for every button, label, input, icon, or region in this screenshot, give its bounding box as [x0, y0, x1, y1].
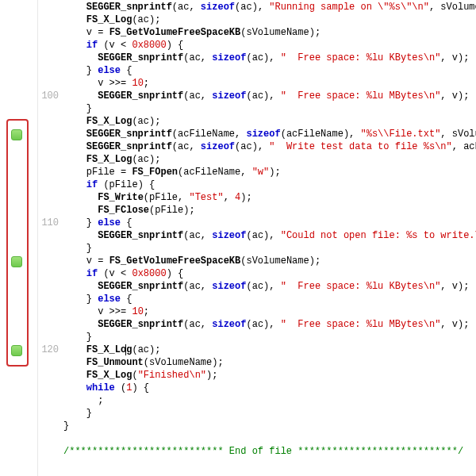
code-text[interactable]: FS_X_Log("Finished\n"); [63, 370, 476, 382]
code-text[interactable]: if (v < 0x8000) { [63, 40, 476, 52]
code-line[interactable]: SEGGER_snprintf(ac, sizeof(ac), " Free s… [38, 319, 476, 332]
code-line[interactable]: } [38, 332, 476, 344]
line-number [38, 2, 63, 14]
code-text[interactable]: } [63, 243, 476, 255]
code-line[interactable]: } else { [38, 294, 476, 306]
code-text[interactable]: v = FS_GetVolumeFreeSpaceKB(sVolumeName)… [63, 27, 476, 40]
code-line[interactable]: SEGGER_snprintf(acFileName, sizeof(acFil… [38, 129, 476, 141]
code-line[interactable]: FS_X_Log(ac); [38, 154, 476, 167]
code-text[interactable]: if (pFile) { [63, 179, 476, 192]
code-line[interactable]: FS_FClose(pFile); [38, 205, 476, 217]
code-text[interactable]: v = FS_GetVolumeFreeSpaceKB(sVolumeName)… [63, 255, 476, 268]
code-line[interactable]: v = FS_GetVolumeFreeSpaceKB(sVolumeName)… [38, 255, 476, 268]
code-line[interactable]: if (v < 0x8000) { [38, 268, 476, 281]
code-text[interactable]: FS_X_Log(ac); [63, 116, 476, 129]
bookmark-icon[interactable] [11, 256, 22, 267]
code-line[interactable]: SEGGER_snprintf(ac, sizeof(ac), " Free s… [38, 281, 476, 294]
code-text[interactable]: FS_FClose(pFile); [63, 205, 476, 217]
code-text[interactable]: } else { [63, 65, 476, 78]
annotation-highlight [6, 119, 29, 367]
code-area[interactable]: SEGGER_snprintf(ac, sizeof(ac), "Running… [38, 0, 476, 476]
code-line[interactable]: 100 SEGGER_snprintf(ac, sizeof(ac), " Fr… [38, 90, 476, 103]
line-number [38, 40, 63, 52]
code-text[interactable]: } [63, 420, 476, 433]
code-line[interactable]: } else { [38, 65, 476, 78]
code-line[interactable] [38, 433, 476, 446]
code-line[interactable]: SEGGER_snprintf(ac, sizeof(ac), " Free s… [38, 52, 476, 65]
code-text[interactable]: } else { [63, 217, 476, 230]
code-line[interactable]: while (1) { [38, 382, 476, 395]
code-text[interactable]: SEGGER_snprintf(ac, sizeof(ac), "Could n… [63, 230, 476, 243]
line-number [38, 52, 63, 65]
code-line[interactable]: pFile = FS_FOpen(acFileName, "w"); [38, 167, 476, 179]
code-text[interactable]: } [63, 332, 476, 344]
line-number [38, 294, 63, 306]
code-text[interactable]: SEGGER_snprintf(ac, sizeof(ac), " Free s… [63, 281, 476, 294]
marker-gutter[interactable] [0, 0, 38, 476]
bookmark-icon[interactable] [11, 345, 22, 356]
code-text[interactable]: SEGGER_snprintf(ac, sizeof(ac), " Write … [63, 141, 476, 154]
code-line[interactable]: 120 FS_X_Log(ac); [38, 344, 476, 357]
code-text[interactable]: /*************************** End of file… [63, 446, 476, 459]
line-number [38, 167, 63, 179]
code-text[interactable]: } [63, 408, 476, 420]
code-text[interactable]: FS_X_Log(ac); [63, 154, 476, 167]
line-number [38, 116, 63, 129]
code-text[interactable]: if (v < 0x8000) { [63, 268, 476, 281]
code-line[interactable]: FS_X_Log(ac); [38, 116, 476, 129]
code-text[interactable]: v >>= 10; [63, 306, 476, 319]
code-line[interactable]: if (v < 0x8000) { [38, 40, 476, 52]
line-number [38, 65, 63, 78]
line-number [38, 255, 63, 268]
code-line[interactable]: v = FS_GetVolumeFreeSpaceKB(sVolumeName)… [38, 27, 476, 40]
code-text[interactable]: } [63, 103, 476, 116]
line-number [38, 382, 63, 395]
code-line[interactable]: SEGGER_snprintf(ac, sizeof(ac), "Running… [38, 2, 476, 14]
code-line[interactable]: } [38, 408, 476, 420]
code-text[interactable]: FS_X_Log(ac); [63, 344, 476, 357]
code-text[interactable]: SEGGER_snprintf(ac, sizeof(ac), " Free s… [63, 90, 476, 103]
code-text[interactable] [63, 433, 476, 446]
line-number [38, 179, 63, 192]
line-number [38, 357, 63, 370]
code-line[interactable]: SEGGER_snprintf(ac, sizeof(ac), " Write … [38, 141, 476, 154]
code-line[interactable]: FS_X_Log("Finished\n"); [38, 370, 476, 382]
line-number [38, 268, 63, 281]
code-line[interactable]: } [38, 103, 476, 116]
line-number [38, 420, 63, 433]
code-line[interactable]: } [38, 420, 476, 433]
bookmark-icon[interactable] [11, 129, 22, 140]
code-line[interactable]: 110 } else { [38, 217, 476, 230]
code-line[interactable]: FS_Write(pFile, "Test", 4); [38, 192, 476, 205]
code-line[interactable]: FS_Unmount(sVolumeName); [38, 357, 476, 370]
code-text[interactable]: while (1) { [63, 382, 476, 395]
code-text[interactable]: ; [63, 395, 476, 408]
code-line[interactable]: v >>= 10; [38, 306, 476, 319]
code-text[interactable]: FS_Unmount(sVolumeName); [63, 357, 476, 370]
code-line[interactable]: FS_X_Log(ac); [38, 14, 476, 27]
code-text[interactable]: FS_Write(pFile, "Test", 4); [63, 192, 476, 205]
code-text[interactable]: SEGGER_snprintf(acFileName, sizeof(acFil… [63, 129, 476, 141]
code-text[interactable]: pFile = FS_FOpen(acFileName, "w"); [63, 167, 476, 179]
line-number: 110 [38, 217, 63, 230]
line-number [38, 281, 63, 294]
line-number [38, 14, 63, 27]
code-editor[interactable]: SEGGER_snprintf(ac, sizeof(ac), "Running… [0, 0, 476, 476]
code-text[interactable]: SEGGER_snprintf(ac, sizeof(ac), " Free s… [63, 52, 476, 65]
line-number [38, 332, 63, 344]
line-number: 100 [38, 90, 63, 103]
code-text[interactable]: SEGGER_snprintf(ac, sizeof(ac), "Running… [63, 2, 476, 14]
code-text[interactable]: SEGGER_snprintf(ac, sizeof(ac), " Free s… [63, 319, 476, 332]
code-line[interactable]: } [38, 243, 476, 255]
code-text[interactable]: v >>= 10; [63, 78, 476, 90]
code-line[interactable]: SEGGER_snprintf(ac, sizeof(ac), "Could n… [38, 230, 476, 243]
code-text[interactable]: } else { [63, 294, 476, 306]
code-text[interactable]: FS_X_Log(ac); [63, 14, 476, 27]
line-number [38, 103, 63, 116]
code-line[interactable]: v >>= 10; [38, 78, 476, 90]
line-number [38, 27, 63, 40]
code-line[interactable]: /*************************** End of file… [38, 446, 476, 459]
code-line[interactable]: if (pFile) { [38, 179, 476, 192]
line-number [38, 370, 63, 382]
code-line[interactable]: ; [38, 395, 476, 408]
